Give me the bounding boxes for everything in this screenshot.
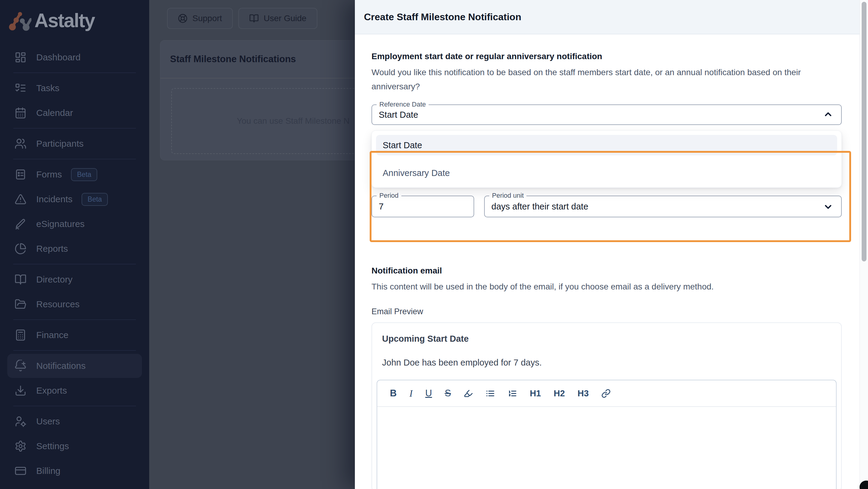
chevron-up-icon	[823, 109, 833, 120]
sidebar-item-participants[interactable]: Participants	[7, 132, 142, 156]
sidebar-item-label: Tasks	[36, 83, 60, 93]
underline-glyph: U	[425, 388, 432, 399]
bold-glyph: B	[390, 388, 397, 399]
calendar-icon	[14, 107, 27, 119]
editor-heading-1-button[interactable]: H1	[529, 387, 542, 400]
period-unit-label: Period unit	[489, 192, 526, 199]
sidebar-item-label: Finance	[36, 330, 68, 340]
editor-highlighter-button[interactable]	[462, 388, 474, 399]
sidebar-item-directory[interactable]: Directory	[7, 267, 142, 292]
strikethrough-glyph: S	[444, 388, 451, 399]
editor-underline-button[interactable]: U	[424, 387, 433, 400]
drawer-scrollbar-track[interactable]	[860, 0, 868, 489]
sidebar-divider	[13, 264, 136, 264]
sidebar-item-incidents[interactable]: IncidentsBeta	[7, 187, 142, 211]
email-preview-label: Email Preview	[371, 307, 842, 316]
drawer-header: Create Staff Milestone Notification	[355, 0, 868, 34]
reference-date-select[interactable]: Reference Date Start Date	[371, 104, 842, 125]
email-section-heading: Notification email	[371, 266, 842, 276]
heading-3-glyph: H3	[578, 389, 589, 398]
incidents-icon	[14, 193, 27, 205]
sidebar-item-resources[interactable]: Resources	[7, 292, 142, 316]
milestone-section-heading: Employment start date or regular anniver…	[371, 51, 842, 62]
billing-icon	[14, 465, 27, 477]
sidebar-item-billing[interactable]: Billing	[7, 459, 142, 483]
app-logo-text: Astalty	[34, 9, 95, 32]
period-input-field[interactable]: Period 7	[371, 196, 474, 217]
reference-date-value: Start Date	[379, 110, 418, 120]
drawer-scrollbar-thumb[interactable]	[862, 2, 867, 261]
sidebar-item-calendar[interactable]: Calendar	[7, 101, 142, 125]
sidebar-item-label: Resources	[36, 299, 80, 309]
editor-bullet-list-button[interactable]	[485, 388, 496, 399]
sidebar-item-tasks[interactable]: Tasks	[7, 76, 142, 100]
editor-heading-3-button[interactable]: H3	[576, 387, 590, 400]
drawer-title: Create Staff Milestone Notification	[364, 11, 521, 23]
link-icon	[601, 389, 611, 398]
sidebar-item-label: Exports	[36, 386, 67, 396]
period-unit-select[interactable]: Period unit days after their start date	[484, 196, 842, 217]
sidebar-item-label: Participants	[36, 138, 84, 149]
directory-icon	[14, 273, 27, 286]
participants-icon	[14, 138, 27, 150]
dropdown-option-start-date[interactable]: Start Date	[376, 135, 837, 156]
dashboard-icon	[14, 51, 27, 63]
esignatures-icon	[14, 218, 27, 230]
participants-icon	[14, 138, 27, 150]
settings-icon	[14, 440, 27, 452]
tasks-icon	[14, 82, 27, 94]
support-button[interactable]: Support	[167, 8, 233, 29]
notifications-icon	[14, 360, 27, 372]
editor-content-area[interactable]	[377, 407, 836, 489]
sidebar-item-reports[interactable]: Reports	[7, 237, 142, 261]
app-logo[interactable]: Astalty	[0, 0, 149, 36]
sidebar-item-label: Incidents	[36, 194, 72, 204]
astalty-logo-icon	[8, 8, 31, 33]
resources-icon	[14, 298, 27, 310]
period-label: Period	[377, 192, 401, 199]
period-row: Period 7 Period unit days after their st…	[371, 196, 842, 217]
user-guide-button[interactable]: User Guide	[238, 8, 317, 29]
sidebar-divider	[13, 319, 136, 320]
notifications-icon	[14, 360, 27, 372]
rich-text-editor: BIUSH1H2H3	[377, 380, 837, 489]
editor-bold-button[interactable]: B	[389, 387, 398, 400]
reports-icon	[14, 243, 27, 255]
drawer-body: Employment start date or regular anniver…	[355, 51, 868, 489]
editor-italic-button[interactable]: I	[408, 387, 414, 400]
editor-toolbar: BIUSH1H2H3	[377, 380, 836, 407]
sidebar-item-esignatures[interactable]: eSignatures	[7, 212, 142, 236]
sidebar-item-notifications[interactable]: Notifications	[7, 354, 142, 378]
italic-glyph: I	[409, 388, 412, 399]
sidebar-divider	[13, 159, 136, 159]
sidebar-nav: DashboardTasksCalendarParticipantsFormsB…	[0, 36, 149, 483]
sidebar-item-dashboard[interactable]: Dashboard	[7, 45, 142, 69]
editor-heading-2-button[interactable]: H2	[552, 387, 566, 400]
forms-icon	[14, 168, 27, 181]
editor-ordered-list-button[interactable]	[506, 388, 518, 399]
forms-icon	[14, 168, 27, 181]
resources-icon	[14, 298, 27, 310]
sidebar-item-users[interactable]: Users	[7, 409, 142, 433]
sidebar-item-finance[interactable]: Finance	[7, 323, 142, 347]
reference-date-label: Reference Date	[377, 100, 429, 108]
empty-state-text: You can use Staff Milestone N	[237, 116, 350, 126]
sidebar-item-forms[interactable]: FormsBeta	[7, 162, 142, 187]
calendar-icon	[14, 107, 27, 119]
support-button-label: Support	[192, 13, 222, 23]
bullet-list-icon	[486, 389, 495, 398]
users-icon	[14, 415, 27, 427]
reference-date-dropdown: Start DateAnniversary Date	[371, 130, 842, 188]
reports-icon	[14, 243, 27, 255]
email-preview-body: John Doe has been employed for 7 days.	[372, 358, 841, 368]
directory-icon	[14, 273, 27, 286]
sidebar-item-label: eSignatures	[36, 219, 85, 229]
incidents-icon	[14, 193, 27, 205]
email-preview-title: Upcoming Start Date	[372, 334, 841, 344]
dropdown-option-anniversary-date[interactable]: Anniversary Date	[376, 163, 837, 183]
editor-strikethrough-button[interactable]: S	[443, 387, 452, 400]
editor-link-button[interactable]	[600, 388, 612, 399]
finance-icon	[14, 329, 27, 341]
sidebar-item-settings[interactable]: Settings	[7, 434, 142, 458]
sidebar-item-exports[interactable]: Exports	[7, 379, 142, 403]
